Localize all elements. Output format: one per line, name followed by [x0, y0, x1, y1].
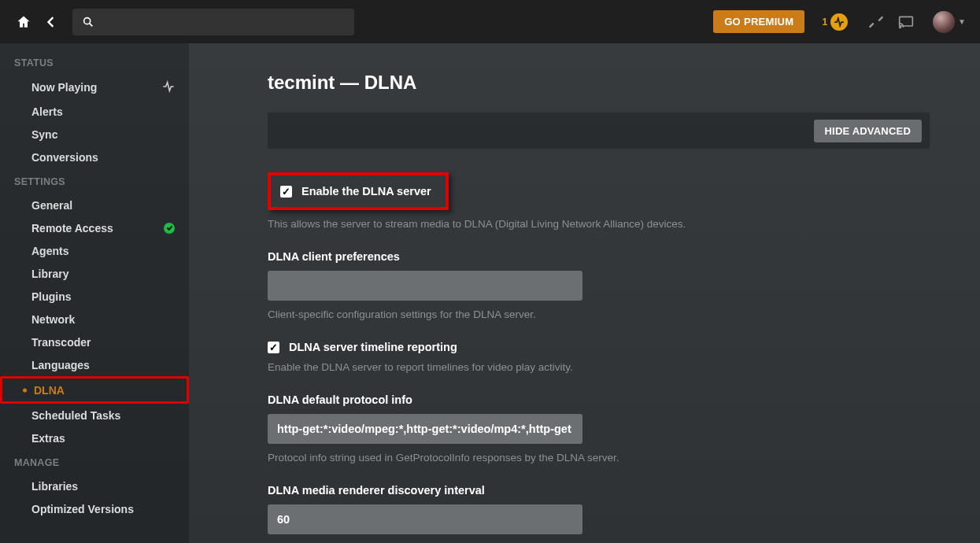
activity-pulse-icon [162, 80, 175, 95]
check-circle-icon [164, 223, 175, 234]
go-premium-button[interactable]: GO PREMIUM [713, 10, 804, 33]
sidebar-item-label: DLNA [34, 384, 65, 397]
client-pref-help: Client-specific configuration settings f… [268, 308, 930, 320]
sidebar-item-optimized-versions[interactable]: Optimized Versions [0, 497, 189, 520]
sidebar-item-label: Extras [31, 432, 65, 445]
hide-advanced-button[interactable]: HIDE ADVANCED [814, 120, 923, 142]
home-icon[interactable] [14, 13, 33, 31]
sidebar-item-plugins[interactable]: Plugins [0, 285, 189, 308]
sidebar-item-label: Plugins [31, 290, 72, 303]
sidebar-item-label: Now Playing [31, 81, 97, 94]
sidebar-item-label: Network [31, 313, 75, 326]
activity-icon [830, 13, 848, 31]
sidebar-item-label: Libraries [31, 480, 78, 493]
sidebar-item-label: General [31, 199, 72, 212]
sidebar-item-library[interactable]: Library [0, 262, 189, 285]
enable-dlna-label: Enable the DLNA server [301, 185, 431, 198]
user-menu[interactable]: ▼ [928, 11, 966, 33]
advanced-bar: HIDE ADVANCED [268, 113, 930, 149]
sidebar-item-label: Alerts [31, 105, 63, 118]
enable-dlna-help: This allows the server to stream media t… [268, 218, 930, 230]
sidebar-section-settings: SETTINGS [0, 168, 189, 194]
enable-dlna-checkbox[interactable] [280, 186, 292, 198]
client-pref-label: DLNA client preferences [268, 250, 930, 263]
protocol-help: Protocol info string used in GetProtocol… [268, 452, 930, 464]
sidebar-item-general[interactable]: General [0, 194, 189, 216]
sidebar-section-status: STATUS [0, 50, 189, 75]
timeline-help: Enable the DLNA server to report timelin… [268, 361, 930, 373]
chevron-down-icon: ▼ [958, 17, 966, 26]
sidebar-item-dlna[interactable]: DLNA [0, 376, 189, 404]
sidebar-item-conversions[interactable]: Conversions [0, 146, 189, 168]
sidebar: STATUS Now Playing Alerts Sync Conversio… [0, 43, 189, 543]
sidebar-item-label: Scheduled Tasks [31, 409, 120, 422]
sidebar-item-label: Conversions [31, 151, 98, 164]
back-icon[interactable] [41, 13, 60, 31]
sidebar-item-label: Languages [31, 359, 90, 371]
sidebar-item-label: Remote Access [31, 222, 113, 235]
sidebar-item-label: Sync [31, 128, 57, 141]
protocol-label: DLNA default protocol info [268, 393, 930, 406]
enable-dlna-highlight: Enable the DLNA server [268, 172, 449, 210]
sidebar-item-alerts[interactable]: Alerts [0, 100, 189, 123]
page-title: tecmint — DLNA [268, 72, 930, 94]
cast-icon[interactable] [898, 14, 914, 30]
sidebar-item-label: Transcoder [31, 336, 91, 349]
sidebar-item-label: Optimized Versions [31, 503, 134, 515]
tools-icon[interactable] [868, 14, 884, 30]
activity-count: 1 [822, 17, 827, 28]
sidebar-item-remote-access[interactable]: Remote Access [0, 216, 189, 239]
svg-line-1 [90, 23, 93, 26]
sidebar-item-extras[interactable]: Extras [0, 427, 189, 449]
timeline-checkbox[interactable] [268, 342, 279, 353]
search-input[interactable] [72, 9, 354, 35]
sidebar-item-languages[interactable]: Languages [0, 353, 189, 376]
sidebar-item-now-playing[interactable]: Now Playing [0, 75, 189, 100]
main-content: tecmint — DLNA HIDE ADVANCED Enable the … [189, 43, 980, 543]
svg-point-0 [84, 17, 91, 24]
client-pref-input[interactable] [268, 271, 582, 301]
sidebar-section-manage: MANAGE [0, 449, 189, 475]
sidebar-item-network[interactable]: Network [0, 308, 189, 331]
sidebar-item-libraries[interactable]: Libraries [0, 475, 189, 497]
sidebar-item-scheduled-tasks[interactable]: Scheduled Tasks [0, 404, 189, 427]
sidebar-item-sync[interactable]: Sync [0, 123, 189, 146]
renderer-input[interactable] [268, 504, 582, 534]
avatar [933, 11, 955, 33]
renderer-label: DLNA media renderer discovery interval [268, 484, 930, 497]
sidebar-item-agents[interactable]: Agents [0, 239, 189, 262]
topbar: GO PREMIUM 1 ▼ [0, 0, 980, 43]
sidebar-item-transcoder[interactable]: Transcoder [0, 331, 189, 353]
sidebar-item-label: Agents [31, 245, 68, 257]
activity-indicator[interactable]: 1 [822, 13, 848, 31]
svg-point-3 [900, 26, 901, 28]
timeline-label: DLNA server timeline reporting [289, 341, 457, 353]
protocol-input[interactable] [268, 414, 582, 444]
sidebar-item-label: Library [31, 268, 68, 280]
